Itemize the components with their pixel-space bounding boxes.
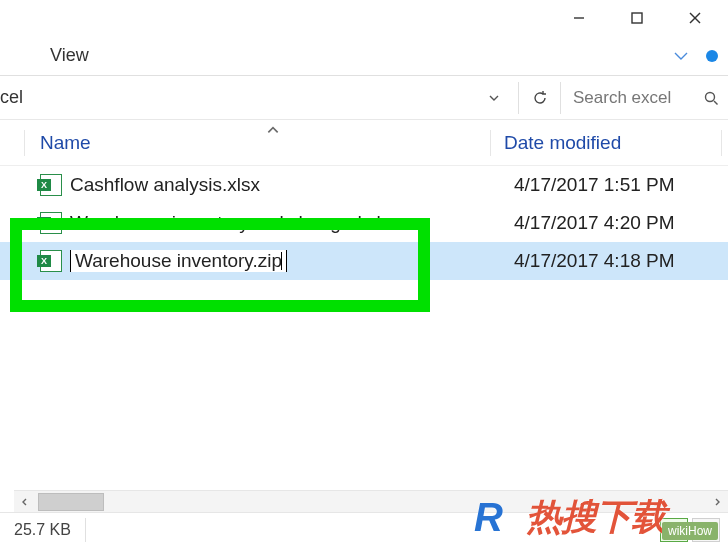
excel-file-icon: X <box>40 212 70 234</box>
status-bar: 25.7 KB <box>0 512 728 546</box>
sort-ascending-icon <box>266 118 280 140</box>
scroll-left-button[interactable] <box>14 491 36 513</box>
scroll-right-button[interactable] <box>706 491 728 513</box>
file-row[interactable]: X Cashflow analysis.xlsx 4/17/2017 1:51 … <box>0 166 728 204</box>
file-name: Warehouse inventory xml changed.xlsx <box>70 212 488 234</box>
svg-point-4 <box>706 92 715 101</box>
search-input[interactable]: Search excel <box>560 82 728 114</box>
svg-line-5 <box>714 101 718 105</box>
address-history-button[interactable] <box>476 82 512 114</box>
file-list: X Cashflow analysis.xlsx 4/17/2017 1:51 … <box>0 166 728 280</box>
rename-input[interactable]: Warehouse inventory.zip <box>70 250 287 272</box>
file-modified: 4/17/2017 4:18 PM <box>488 250 675 272</box>
address-bar[interactable]: cel <box>0 82 518 114</box>
column-header-date-modified[interactable]: Date modified <box>480 132 621 154</box>
search-placeholder: Search excel <box>573 88 671 108</box>
file-name-editing: Warehouse inventory.zip <box>70 250 488 272</box>
window-minimize-button[interactable] <box>550 0 608 36</box>
refresh-button[interactable] <box>518 82 560 114</box>
svg-rect-1 <box>632 13 642 23</box>
file-row-selected[interactable]: X Warehouse inventory.zip 4/17/2017 4:18… <box>0 242 728 280</box>
excel-file-icon: X <box>40 250 70 272</box>
window-maximize-button[interactable] <box>608 0 666 36</box>
status-selection-size: 25.7 KB <box>0 518 86 542</box>
breadcrumb-tail: cel <box>0 87 23 108</box>
view-details-button[interactable] <box>660 518 688 542</box>
file-modified: 4/17/2017 1:51 PM <box>488 174 675 196</box>
ribbon-expand-button[interactable] <box>656 36 706 76</box>
view-large-icons-button[interactable] <box>692 518 720 542</box>
horizontal-scrollbar[interactable] <box>14 490 728 512</box>
file-name: Cashflow analysis.xlsx <box>70 174 488 196</box>
column-header-name[interactable]: Name <box>40 132 480 154</box>
tab-view[interactable]: View <box>40 37 99 74</box>
search-icon <box>700 90 722 106</box>
file-row[interactable]: X Warehouse inventory xml changed.xlsx 4… <box>0 204 728 242</box>
file-modified: 4/17/2017 4:20 PM <box>488 212 675 234</box>
help-icon[interactable] <box>706 36 728 76</box>
window-close-button[interactable] <box>666 0 724 36</box>
excel-file-icon: X <box>40 174 70 196</box>
scroll-thumb[interactable] <box>38 493 104 511</box>
